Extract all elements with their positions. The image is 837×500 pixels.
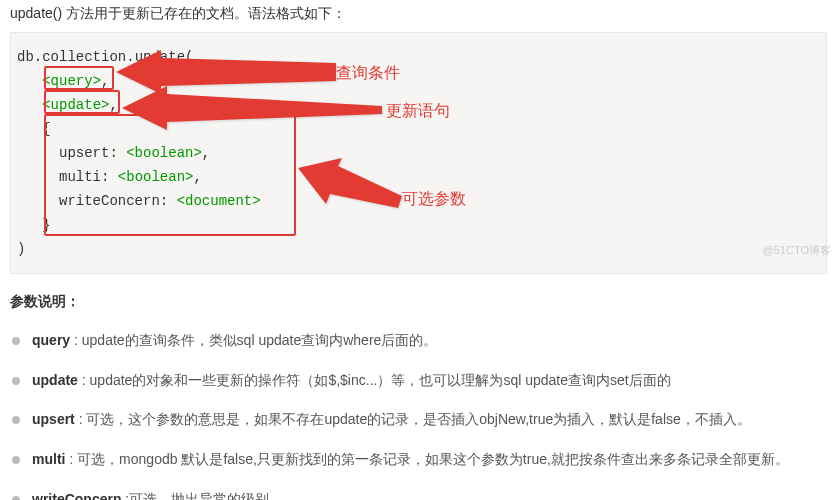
code-token: .collection <box>34 49 126 65</box>
arrow-icon <box>122 84 382 130</box>
svg-marker-1 <box>122 86 382 130</box>
param-name: multi <box>32 451 65 467</box>
param-desc: : 可选，mongodb 默认是false,只更新找到的第一条记录，如果这个参数… <box>65 451 788 467</box>
highlight-box-update <box>44 90 120 114</box>
params-list: query : update的查询条件，类似sql update查询内where… <box>0 321 837 500</box>
code-container: db.collection.update( <query>, <update>,… <box>10 32 827 274</box>
list-item: update : update的对象和一些更新的操作符（如$,$inc...）等… <box>10 361 827 401</box>
annotation-label-options: 可选参数 <box>402 186 466 212</box>
param-desc: : update的对象和一些更新的操作符（如$,$inc...）等，也可以理解为… <box>78 372 671 388</box>
code-token: ) <box>17 241 25 257</box>
param-desc: :可选，抛出异常的级别。 <box>121 491 283 500</box>
param-name: update <box>32 372 78 388</box>
param-name: query <box>32 332 70 348</box>
code-token <box>17 97 42 113</box>
highlight-box-options <box>44 114 296 236</box>
highlight-box-query <box>44 66 114 90</box>
code-token: db <box>17 49 34 65</box>
param-desc: : update的查询条件，类似sql update查询内where后面的。 <box>70 332 437 348</box>
list-item: query : update的查询条件，类似sql update查询内where… <box>10 321 827 361</box>
arrow-icon <box>298 158 402 214</box>
intro-text: update() 方法用于更新已存在的文档。语法格式如下： <box>0 0 837 32</box>
svg-marker-2 <box>298 158 402 208</box>
list-item: multi : 可选，mongodb 默认是false,只更新找到的第一条记录，… <box>10 440 827 480</box>
param-name: upsert <box>32 411 75 427</box>
param-desc: : 可选，这个参数的意思是，如果不存在update的记录，是否插入objNew,… <box>75 411 751 427</box>
list-item: writeConcern :可选，抛出异常的级别。 <box>10 480 827 500</box>
params-heading: 参数说明： <box>10 290 827 312</box>
list-item: upsert : 可选，这个参数的意思是，如果不存在update的记录，是否插入… <box>10 400 827 440</box>
annotation-label-query: 查询条件 <box>336 60 400 86</box>
param-name: writeConcern <box>32 491 121 500</box>
code-token <box>17 73 42 89</box>
annotation-label-update: 更新语句 <box>386 98 450 124</box>
